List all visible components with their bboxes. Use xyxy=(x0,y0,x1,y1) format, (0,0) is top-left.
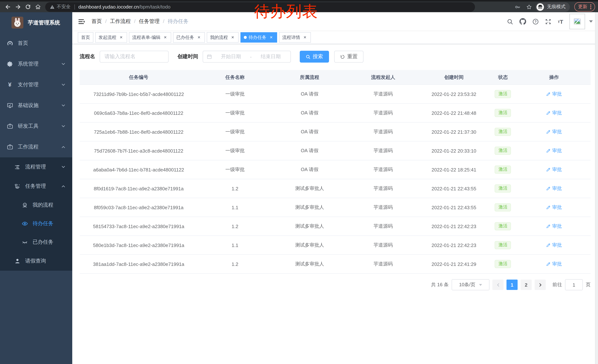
cell-created: 2022-01-22 20:33:10 xyxy=(419,141,488,160)
approve-link[interactable]: 审批 xyxy=(546,242,562,249)
tab-close-icon[interactable] xyxy=(196,35,201,40)
tab-close-icon[interactable] xyxy=(163,35,168,40)
process-name-input[interactable]: 请输入流程名 xyxy=(100,51,169,63)
avatar[interactable] xyxy=(569,14,585,29)
sidebar-item[interactable]: 研发工具 xyxy=(0,116,72,137)
chevron-down-icon xyxy=(479,284,482,286)
home-icon[interactable] xyxy=(33,2,43,12)
search-button[interactable]: 搜索 xyxy=(300,51,329,63)
tab-close-icon[interactable] xyxy=(269,35,274,40)
sidebar-item-label: 研发工具 xyxy=(18,123,39,129)
table-row: 8f0d1619-7ac8-11ec-a9e2-a2380e71991a 1.2… xyxy=(80,179,590,198)
tab[interactable]: 流程表单-编辑 xyxy=(129,32,171,43)
address-bar[interactable]: 不安全 dashboard.yudao.iocoder.cn/bpm/task/… xyxy=(45,2,475,12)
approve-link[interactable]: 审批 xyxy=(546,185,562,192)
tab[interactable]: 待办任务 xyxy=(241,32,277,43)
tab[interactable]: 我的流程 xyxy=(207,32,239,43)
tab[interactable]: 已办任务 xyxy=(173,32,205,43)
tab-label: 流程详情 xyxy=(282,34,300,40)
prev-page-button[interactable] xyxy=(492,280,504,290)
approve-link[interactable]: 审批 xyxy=(546,91,562,97)
tab[interactable]: 首页 xyxy=(78,32,93,43)
tab-close-icon[interactable] xyxy=(119,35,124,40)
tab[interactable]: 流程详情 xyxy=(279,32,311,43)
bookmark-star-icon[interactable] xyxy=(524,2,534,12)
cell-created: 2022-01-22 21:48:48 xyxy=(419,104,488,122)
tab-close-icon[interactable] xyxy=(302,35,307,40)
approve-link[interactable]: 审批 xyxy=(546,223,562,230)
key-icon[interactable] xyxy=(512,2,523,12)
fullscreen-icon[interactable] xyxy=(545,18,551,25)
edit-pencil-icon xyxy=(546,186,551,191)
cell-task-name: 一级审批 xyxy=(198,122,272,141)
approve-link[interactable]: 审批 xyxy=(546,147,562,154)
forward-icon[interactable] xyxy=(13,2,23,12)
logo[interactable]: 芋道管理系统 xyxy=(0,12,72,33)
back-icon[interactable] xyxy=(3,2,13,12)
reload-icon[interactable] xyxy=(23,2,33,12)
search-icon[interactable] xyxy=(507,18,513,25)
list-icon xyxy=(14,164,20,170)
approve-link[interactable]: 审批 xyxy=(546,129,562,135)
approve-link-label: 审批 xyxy=(552,204,562,211)
status-badge: 激活 xyxy=(495,128,511,136)
next-page-button[interactable] xyxy=(535,280,546,290)
sidebar-item[interactable]: 工作流程 xyxy=(0,137,72,157)
sidebar-item[interactable]: ¥ 支付管理 xyxy=(0,74,72,95)
edit-pencil-icon xyxy=(546,243,551,247)
breadcrumb-item[interactable]: 待办任务 xyxy=(160,18,189,25)
approve-link-label: 审批 xyxy=(552,223,562,230)
sidebar-item[interactable]: 流程管理 xyxy=(0,157,72,177)
sidebar-item[interactable]: 我的流程 xyxy=(0,196,72,214)
reset-button[interactable]: 重置 xyxy=(334,51,364,63)
date-range-picker[interactable]: 开始日期 - 结束日期 xyxy=(203,51,291,63)
sidebar-item[interactable]: 基础设施 xyxy=(0,95,72,116)
cell-initiator: 芋道源码 xyxy=(347,217,419,236)
tab[interactable]: 发起流程 xyxy=(95,32,127,43)
hamburger-icon[interactable] xyxy=(77,17,86,25)
browser-menu-icon[interactable] xyxy=(590,4,591,9)
update-button[interactable]: 更新 xyxy=(574,2,595,11)
page-number-button[interactable]: 2 xyxy=(521,280,532,290)
sidebar-item[interactable]: 待办任务 xyxy=(0,214,72,233)
sidebar-item[interactable]: 首页 xyxy=(0,33,72,54)
sidebar-item[interactable]: 请假查询 xyxy=(0,251,72,271)
sidebar-item[interactable]: 系统管理 xyxy=(0,54,72,74)
goto-page-input[interactable]: 1 xyxy=(565,279,583,290)
eye-open-icon xyxy=(22,220,28,227)
approve-link[interactable]: 审批 xyxy=(546,110,562,116)
tab-label: 首页 xyxy=(81,34,90,40)
breadcrumb-item[interactable]: 任务管理 xyxy=(131,18,160,25)
app-header: 首页工作流程任务管理待办任务 ? тT xyxy=(72,12,598,31)
column-header: 操作 xyxy=(518,70,590,85)
tab-close-icon[interactable] xyxy=(230,35,235,40)
approve-link[interactable]: 审批 xyxy=(546,166,562,173)
breadcrumb-item[interactable]: 工作流程 xyxy=(102,18,131,25)
status-badge: 激活 xyxy=(495,260,511,268)
cell-created: 2022-01-21 22:42:23 xyxy=(419,236,488,255)
cell-created: 2022-01-22 18:25:41 xyxy=(419,160,488,179)
approve-link-label: 审批 xyxy=(552,261,562,267)
github-icon[interactable] xyxy=(520,18,526,25)
avatar-caret-icon[interactable] xyxy=(589,20,593,23)
sidebar-item[interactable]: 任务管理 xyxy=(0,177,72,196)
security-label[interactable]: 不安全 xyxy=(57,4,71,10)
cell-task-name: 1.1 xyxy=(198,236,272,255)
table-row: 75d72608-7b7f-11ec-a3c8-acde48001122 一级审… xyxy=(80,141,590,160)
sidebar-item[interactable]: 已办任务 xyxy=(0,233,72,251)
font-size-icon[interactable]: тT xyxy=(558,18,563,25)
cell-created: 2022-01-22 23:53:32 xyxy=(419,85,488,104)
update-label: 更新 xyxy=(578,4,587,10)
approve-link[interactable]: 审批 xyxy=(546,261,562,267)
cell-task-name: 1.2 xyxy=(198,217,272,236)
page-number-button[interactable]: 1 xyxy=(507,280,518,290)
approve-link-label: 审批 xyxy=(552,110,562,116)
breadcrumb-item[interactable]: 首页 xyxy=(91,18,102,25)
column-header: 任务编号 xyxy=(80,70,198,85)
approve-link[interactable]: 审批 xyxy=(546,204,562,211)
table-row: 580e1b3d-7ac8-11ec-a9e2-a2380e71991a 1.1… xyxy=(80,236,590,255)
end-date-placeholder: 结束日期 xyxy=(255,53,287,60)
page-size-select[interactable]: 10条/页 xyxy=(452,279,490,290)
help-icon[interactable]: ? xyxy=(533,18,539,25)
scrollbar[interactable] xyxy=(595,12,598,364)
